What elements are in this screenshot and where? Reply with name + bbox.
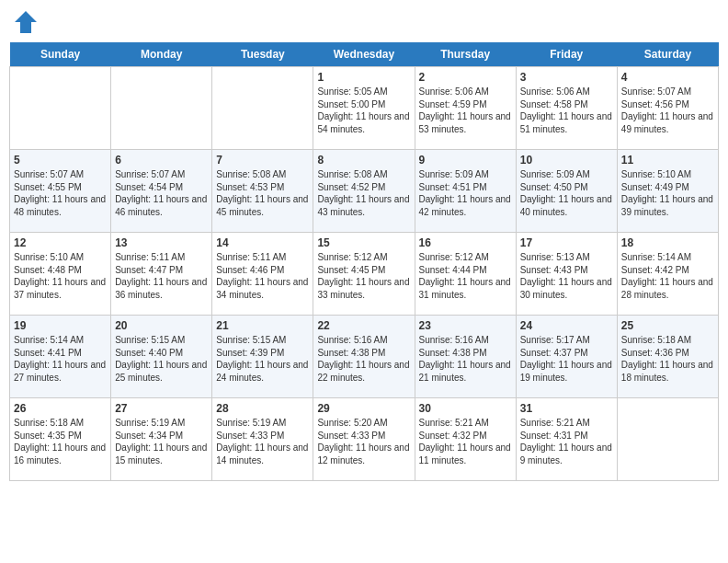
col-header-sunday: Sunday xyxy=(10,42,111,67)
day-cell: 1Sunrise: 5:05 AMSunset: 5:00 PMDaylight… xyxy=(313,67,415,150)
day-number: 2 xyxy=(419,71,512,84)
day-cell: 17Sunrise: 5:13 AMSunset: 4:43 PMDayligh… xyxy=(516,233,617,316)
day-info: Sunrise: 5:16 AMSunset: 4:38 PMDaylight:… xyxy=(419,334,512,384)
day-number: 1 xyxy=(317,71,410,84)
day-number: 18 xyxy=(621,236,714,249)
day-info: Sunrise: 5:19 AMSunset: 4:34 PMDaylight:… xyxy=(115,417,208,466)
day-cell: 14Sunrise: 5:11 AMSunset: 4:46 PMDayligh… xyxy=(212,233,313,316)
day-info: Sunrise: 5:11 AMSunset: 4:47 PMDaylight:… xyxy=(115,251,208,301)
day-cell xyxy=(111,67,212,150)
day-number: 27 xyxy=(115,402,208,415)
day-cell: 30Sunrise: 5:21 AMSunset: 4:32 PMDayligh… xyxy=(415,398,516,481)
day-cell: 16Sunrise: 5:12 AMSunset: 4:44 PMDayligh… xyxy=(415,233,516,316)
day-number: 17 xyxy=(520,236,613,249)
day-number: 30 xyxy=(419,402,512,415)
day-info: Sunrise: 5:05 AMSunset: 5:00 PMDaylight:… xyxy=(317,86,410,135)
day-info: Sunrise: 5:06 AMSunset: 4:59 PMDaylight:… xyxy=(419,86,512,135)
day-info: Sunrise: 5:15 AMSunset: 4:39 PMDaylight:… xyxy=(216,334,309,384)
day-cell: 25Sunrise: 5:18 AMSunset: 4:36 PMDayligh… xyxy=(617,316,718,398)
day-info: Sunrise: 5:14 AMSunset: 4:42 PMDaylight:… xyxy=(621,251,714,301)
day-cell: 23Sunrise: 5:16 AMSunset: 4:38 PMDayligh… xyxy=(415,316,516,398)
calendar-table: SundayMondayTuesdayWednesdayThursdayFrid… xyxy=(9,42,719,481)
day-cell: 28Sunrise: 5:19 AMSunset: 4:33 PMDayligh… xyxy=(212,398,313,481)
col-header-saturday: Saturday xyxy=(617,42,718,67)
day-info: Sunrise: 5:15 AMSunset: 4:40 PMDaylight:… xyxy=(115,334,208,384)
day-cell: 18Sunrise: 5:14 AMSunset: 4:42 PMDayligh… xyxy=(617,233,718,316)
day-number: 6 xyxy=(115,154,208,167)
week-row-3: 12Sunrise: 5:10 AMSunset: 4:48 PMDayligh… xyxy=(10,233,719,316)
col-header-friday: Friday xyxy=(516,42,617,67)
day-number: 21 xyxy=(216,319,309,332)
day-info: Sunrise: 5:10 AMSunset: 4:48 PMDaylight:… xyxy=(14,251,107,301)
col-header-thursday: Thursday xyxy=(415,42,516,67)
day-cell xyxy=(617,398,718,481)
day-number: 14 xyxy=(216,236,309,249)
day-info: Sunrise: 5:09 AMSunset: 4:51 PMDaylight:… xyxy=(419,168,512,218)
day-number: 31 xyxy=(520,402,613,415)
day-info: Sunrise: 5:12 AMSunset: 4:44 PMDaylight:… xyxy=(419,251,512,301)
day-info: Sunrise: 5:18 AMSunset: 4:36 PMDaylight:… xyxy=(621,334,714,384)
day-info: Sunrise: 5:18 AMSunset: 4:35 PMDaylight:… xyxy=(14,417,107,466)
day-info: Sunrise: 5:21 AMSunset: 4:32 PMDaylight:… xyxy=(419,417,512,466)
day-info: Sunrise: 5:07 AMSunset: 4:56 PMDaylight:… xyxy=(621,86,714,135)
day-number: 8 xyxy=(317,154,410,167)
col-header-monday: Monday xyxy=(111,42,212,67)
day-cell xyxy=(212,67,313,150)
day-cell: 29Sunrise: 5:20 AMSunset: 4:33 PMDayligh… xyxy=(313,398,415,481)
day-number: 22 xyxy=(317,319,410,332)
day-cell: 11Sunrise: 5:10 AMSunset: 4:49 PMDayligh… xyxy=(617,150,718,233)
day-number: 11 xyxy=(621,154,714,167)
day-cell: 6Sunrise: 5:07 AMSunset: 4:54 PMDaylight… xyxy=(111,150,212,233)
day-cell: 10Sunrise: 5:09 AMSunset: 4:50 PMDayligh… xyxy=(516,150,617,233)
day-info: Sunrise: 5:08 AMSunset: 4:52 PMDaylight:… xyxy=(317,168,410,218)
day-cell: 31Sunrise: 5:21 AMSunset: 4:31 PMDayligh… xyxy=(516,398,617,481)
week-row-5: 26Sunrise: 5:18 AMSunset: 4:35 PMDayligh… xyxy=(10,398,719,481)
logo-icon xyxy=(13,9,39,35)
day-number: 7 xyxy=(216,154,309,167)
day-info: Sunrise: 5:08 AMSunset: 4:53 PMDaylight:… xyxy=(216,168,309,218)
day-cell: 19Sunrise: 5:14 AMSunset: 4:41 PMDayligh… xyxy=(10,316,111,398)
day-number: 26 xyxy=(14,402,107,415)
day-number: 24 xyxy=(520,319,613,332)
day-number: 28 xyxy=(216,402,309,415)
day-number: 25 xyxy=(621,319,714,332)
day-number: 10 xyxy=(520,154,613,167)
day-number: 20 xyxy=(115,319,208,332)
day-cell: 12Sunrise: 5:10 AMSunset: 4:48 PMDayligh… xyxy=(10,233,111,316)
logo xyxy=(13,9,42,35)
day-info: Sunrise: 5:20 AMSunset: 4:33 PMDaylight:… xyxy=(317,417,410,466)
day-cell: 24Sunrise: 5:17 AMSunset: 4:37 PMDayligh… xyxy=(516,316,617,398)
day-cell: 8Sunrise: 5:08 AMSunset: 4:52 PMDaylight… xyxy=(313,150,415,233)
col-header-wednesday: Wednesday xyxy=(313,42,415,67)
day-info: Sunrise: 5:07 AMSunset: 4:55 PMDaylight:… xyxy=(14,168,107,218)
day-cell: 20Sunrise: 5:15 AMSunset: 4:40 PMDayligh… xyxy=(111,316,212,398)
day-number: 4 xyxy=(621,71,714,84)
week-row-1: 1Sunrise: 5:05 AMSunset: 5:00 PMDaylight… xyxy=(10,67,719,150)
day-info: Sunrise: 5:14 AMSunset: 4:41 PMDaylight:… xyxy=(14,334,107,384)
day-cell xyxy=(10,67,111,150)
day-number: 15 xyxy=(317,236,410,249)
day-number: 9 xyxy=(419,154,512,167)
day-info: Sunrise: 5:17 AMSunset: 4:37 PMDaylight:… xyxy=(520,334,613,384)
day-cell: 7Sunrise: 5:08 AMSunset: 4:53 PMDaylight… xyxy=(212,150,313,233)
page-header xyxy=(9,9,719,35)
day-info: Sunrise: 5:11 AMSunset: 4:46 PMDaylight:… xyxy=(216,251,309,301)
day-info: Sunrise: 5:16 AMSunset: 4:38 PMDaylight:… xyxy=(317,334,410,384)
day-info: Sunrise: 5:09 AMSunset: 4:50 PMDaylight:… xyxy=(520,168,613,218)
day-cell: 5Sunrise: 5:07 AMSunset: 4:55 PMDaylight… xyxy=(10,150,111,233)
day-info: Sunrise: 5:06 AMSunset: 4:58 PMDaylight:… xyxy=(520,86,613,135)
day-number: 13 xyxy=(115,236,208,249)
day-info: Sunrise: 5:13 AMSunset: 4:43 PMDaylight:… xyxy=(520,251,613,301)
week-row-2: 5Sunrise: 5:07 AMSunset: 4:55 PMDaylight… xyxy=(10,150,719,233)
day-cell: 26Sunrise: 5:18 AMSunset: 4:35 PMDayligh… xyxy=(10,398,111,481)
day-number: 16 xyxy=(419,236,512,249)
day-number: 5 xyxy=(14,154,107,167)
day-number: 29 xyxy=(317,402,410,415)
day-info: Sunrise: 5:19 AMSunset: 4:33 PMDaylight:… xyxy=(216,417,309,466)
day-cell: 9Sunrise: 5:09 AMSunset: 4:51 PMDaylight… xyxy=(415,150,516,233)
day-cell: 2Sunrise: 5:06 AMSunset: 4:59 PMDaylight… xyxy=(415,67,516,150)
week-row-4: 19Sunrise: 5:14 AMSunset: 4:41 PMDayligh… xyxy=(10,316,719,398)
day-cell: 21Sunrise: 5:15 AMSunset: 4:39 PMDayligh… xyxy=(212,316,313,398)
day-cell: 22Sunrise: 5:16 AMSunset: 4:38 PMDayligh… xyxy=(313,316,415,398)
day-info: Sunrise: 5:07 AMSunset: 4:54 PMDaylight:… xyxy=(115,168,208,218)
